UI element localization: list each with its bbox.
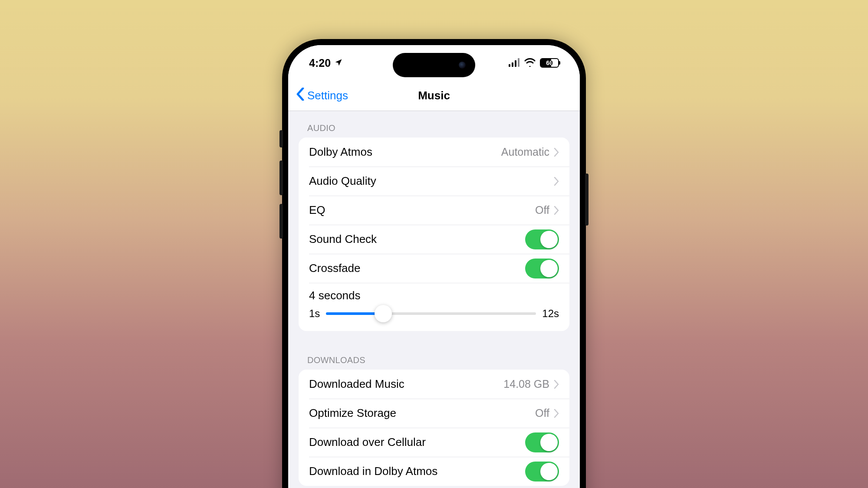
row-value: 14.08 GB [503, 378, 549, 390]
row-label: Downloaded Music [309, 377, 503, 391]
volume-down-physical [279, 204, 283, 239]
power-button-physical [585, 174, 589, 226]
row-crossfade: Crossfade [299, 254, 569, 283]
crossfade-slider[interactable] [326, 312, 536, 315]
chevron-right-icon [554, 409, 559, 418]
row-value: Off [535, 204, 549, 216]
dynamic-island [393, 53, 475, 77]
screen: 4:20 [288, 45, 580, 488]
row-crossfade-slider: 4 seconds 1s 12s [299, 283, 569, 331]
svg-rect-0 [509, 64, 510, 67]
row-download-cellular: Download over Cellular [299, 428, 569, 457]
row-optimize-storage[interactable]: Optimize Storage Off [299, 399, 569, 428]
row-sound-check: Sound Check [299, 225, 569, 254]
row-value: Automatic [501, 146, 549, 158]
row-downloaded-music[interactable]: Downloaded Music 14.08 GB [299, 370, 569, 399]
back-button[interactable]: Settings [296, 81, 348, 111]
slider-thumb[interactable] [375, 305, 392, 322]
svg-rect-2 [515, 60, 516, 67]
chevron-left-icon [296, 88, 307, 104]
svg-rect-3 [518, 58, 519, 67]
slider-min-label: 1s [309, 308, 320, 320]
battery-icon: 60 [540, 58, 559, 68]
row-label: Crossfade [309, 262, 525, 275]
chevron-right-icon [554, 148, 559, 157]
row-audio-quality[interactable]: Audio Quality [299, 167, 569, 196]
phone-frame: 4:20 [282, 39, 586, 488]
slider-max-label: 12s [542, 308, 559, 320]
row-label: EQ [309, 203, 535, 217]
status-time: 4:20 [309, 57, 331, 69]
wifi-icon [524, 57, 536, 69]
section-header-audio: AUDIO [299, 111, 569, 138]
volume-up-physical [279, 160, 283, 195]
toggle-download-dolby[interactable] [525, 462, 559, 481]
row-download-dolby: Download in Dolby Atmos [299, 457, 569, 486]
row-label: Download over Cellular [309, 436, 525, 449]
cellular-icon [509, 57, 520, 69]
battery-text: 60 [541, 59, 558, 66]
group-downloads: Downloaded Music 14.08 GB Optimize Stora… [299, 370, 569, 486]
chevron-right-icon [554, 206, 559, 215]
row-value: Off [535, 407, 549, 419]
location-icon [334, 57, 343, 69]
page-title: Music [418, 89, 450, 102]
chevron-right-icon [554, 380, 559, 389]
toggle-sound-check[interactable] [525, 229, 559, 249]
row-label: Sound Check [309, 233, 525, 246]
back-label: Settings [307, 89, 348, 102]
toggle-download-cellular[interactable] [525, 432, 559, 452]
group-audio: Dolby Atmos Automatic Audio Quality EQ O… [299, 138, 569, 331]
svg-rect-1 [512, 62, 513, 67]
slider-title: 4 seconds [309, 289, 559, 302]
nav-bar: Settings Music [288, 81, 580, 111]
toggle-crossfade[interactable] [525, 259, 559, 278]
chevron-right-icon [554, 177, 559, 186]
row-label: Dolby Atmos [309, 145, 501, 159]
section-header-downloads: DOWNLOADS [299, 331, 569, 370]
row-eq[interactable]: EQ Off [299, 196, 569, 225]
row-dolby-atmos[interactable]: Dolby Atmos Automatic [299, 138, 569, 167]
mute-switch-physical [279, 130, 283, 147]
content-area: AUDIO Dolby Atmos Automatic Audio Qualit… [288, 111, 580, 488]
row-label: Download in Dolby Atmos [309, 465, 525, 478]
row-label: Optimize Storage [309, 406, 535, 420]
row-label: Audio Quality [309, 174, 549, 188]
